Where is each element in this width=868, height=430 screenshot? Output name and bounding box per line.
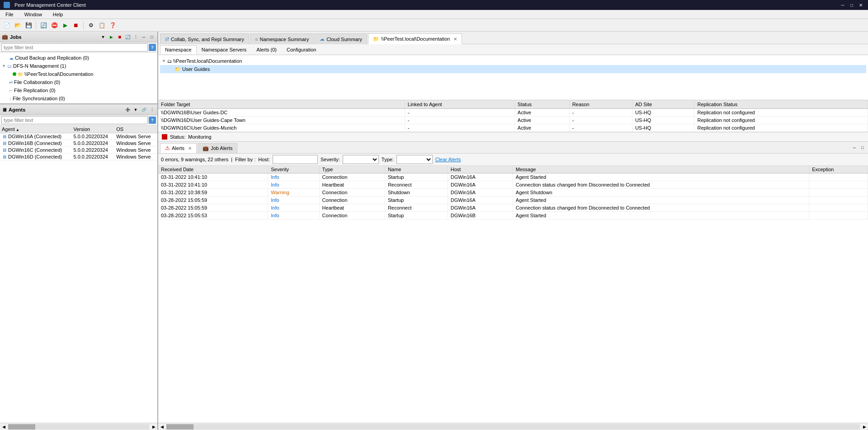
severity-filter-select[interactable]: Info Warning Error [343, 155, 379, 164]
dfs-expand-icon[interactable]: ▼ [2, 64, 7, 68]
tree-item-dfs-mgmt[interactable]: ▼ 🗂 DFS-N Management (1) [0, 62, 157, 70]
ns-user-guides-item[interactable]: 📁 User Guides [160, 65, 866, 73]
jobs-more-button[interactable]: ⋮ [132, 33, 139, 41]
jobs-refresh-button[interactable]: 🔄 [124, 33, 131, 41]
ns-root-expand-icon[interactable]: ▼ [162, 59, 167, 63]
scroll-left-arrow[interactable]: ◀ [0, 423, 7, 430]
left-scrollbar-track[interactable] [8, 424, 149, 430]
agents-col-os[interactable]: OS [114, 126, 157, 133]
agents-col-version[interactable]: Version [71, 126, 114, 133]
jobs-filter-button[interactable]: ▼ [99, 33, 107, 41]
sub-tab-alerts[interactable]: Alerts (0) [251, 45, 282, 54]
table-row[interactable]: \\DGWIN16D\User Guides-Cape Town - Activ… [158, 117, 868, 124]
col-adsite[interactable]: AD Site [632, 100, 694, 109]
tab-collab[interactable]: ⇄ Collab, Sync, and Repl Summary [160, 33, 249, 44]
run-button[interactable]: ▶ [60, 20, 70, 30]
table-row[interactable]: \\DGWIN16C\User Guides-Munich - Active -… [158, 124, 868, 132]
col-status[interactable]: Status [514, 100, 569, 109]
table-row[interactable]: 🖥DGWin16D (Connected) 5.0.0.20220324 Win… [0, 154, 157, 160]
pause-button[interactable]: ⏹ [71, 20, 81, 30]
help-button[interactable]: ❓ [108, 20, 118, 30]
jobs-filter-help[interactable]: ? [149, 44, 156, 51]
list-item[interactable]: 03-31-2022 10:41:10 Info Heartbeat Recon… [158, 181, 868, 189]
alerts-maximize-button[interactable]: □ [859, 144, 866, 151]
tree-item-file-collab[interactable]: ⇄ File Collaboration (0) [0, 78, 157, 86]
tree-item-file-sync[interactable]: ↕ File Synchronization (0) [0, 94, 157, 103]
col-repl-status[interactable]: Replication Status [694, 100, 868, 109]
alerts-tab-alerts[interactable]: ⚠ Alerts ✕ [160, 143, 197, 153]
clear-alerts-button[interactable]: Clear Alerts [435, 157, 461, 162]
agents-filter-help[interactable]: ? [149, 117, 156, 124]
stop-button[interactable]: ⛔ [49, 20, 59, 30]
jobs-maximize-button[interactable]: □ [148, 33, 156, 41]
col-folder-target[interactable]: Folder Target [158, 100, 405, 109]
list-item[interactable]: 03-31-2022 10:38:59 Warning Connection S… [158, 189, 868, 196]
tree-item-cloud-backup[interactable]: ☁ Cloud Backup and Replication (0) [0, 54, 157, 62]
alerts-col-exception[interactable]: Exception [809, 166, 868, 173]
menu-file[interactable]: File [2, 11, 17, 18]
settings-button[interactable]: ⚙ [86, 20, 96, 30]
host-filter-input[interactable] [273, 155, 318, 164]
agents-filter-input[interactable] [1, 116, 148, 124]
alerts-minimize-button[interactable]: ─ [851, 144, 858, 151]
tab-cloud[interactable]: ☁ Cloud Summary [315, 33, 367, 44]
tree-item-peer-doc[interactable]: 📁 \\PeerTest.local\Documentation [0, 70, 157, 78]
alerts-scrollbar-thumb[interactable] [166, 424, 193, 430]
menu-window[interactable]: Window [21, 11, 46, 18]
jobs-stop-button[interactable]: ⏹ [116, 33, 123, 41]
alerts-tab-close[interactable]: ✕ [188, 146, 192, 151]
table-row[interactable]: 🖥DGWin16B (Connected) 5.0.0.20220324 Win… [0, 140, 157, 147]
alerts-scroll-left[interactable]: ◀ [158, 423, 165, 430]
table-row[interactable]: \\DGWIN16B\User Guides-DC - Active - US-… [158, 109, 868, 117]
alerts-col-type[interactable]: Type [319, 166, 385, 173]
alerts-tab-job-alerts[interactable]: 💼 Job Alerts [198, 143, 237, 153]
col-reason[interactable]: Reason [569, 100, 632, 109]
scroll-right-arrow[interactable]: ▶ [150, 423, 157, 430]
jobs-filter-input[interactable] [1, 43, 148, 51]
refresh-button[interactable]: 🔄 [38, 20, 48, 30]
table-row[interactable]: 🖥DGWin16A (Connected) 5.0.0.20220324 Win… [0, 133, 157, 140]
type-filter-select[interactable]: Connection Heartbeat [396, 155, 433, 164]
left-scrollbar-thumb[interactable] [8, 424, 35, 430]
sub-tab-configuration[interactable]: Configuration [282, 45, 321, 54]
tab-peerdoc[interactable]: 📁 \\PeerTest.local\Documentation ✕ [368, 33, 462, 44]
alerts-scrollbar-track[interactable] [166, 424, 860, 430]
agents-col-agent[interactable]: Agent [0, 126, 71, 133]
menu-help[interactable]: Help [49, 11, 67, 18]
sub-tab-namespace-servers[interactable]: Namespace Servers [197, 45, 252, 54]
agents-add-button[interactable]: ➕ [124, 106, 131, 113]
left-scrollbar[interactable]: ◀ ▶ [0, 423, 157, 430]
alerts-col-name[interactable]: Name [385, 166, 448, 173]
alerts-col-date[interactable]: Received Date [158, 166, 268, 173]
save-button[interactable]: 💾 [24, 20, 33, 30]
agents-connect-button[interactable]: 🔗 [140, 106, 147, 113]
tree-item-file-repl[interactable]: ⤺ File Replication (0) [0, 86, 157, 94]
jobs-run-button[interactable]: ▶ [108, 33, 115, 41]
agents-filter-button[interactable]: ▼ [132, 106, 139, 113]
agents-more-button[interactable]: ⋮ [148, 106, 156, 113]
tab-namespace[interactable]: ≡ Namespace Summary [250, 33, 314, 44]
col-linked-agent[interactable]: Linked to Agent [405, 100, 514, 109]
bottom-scrollbar[interactable]: ◀ ▶ [158, 423, 868, 430]
sub-tab-namespace[interactable]: Namespace [160, 45, 197, 54]
list-item[interactable]: 03-28-2022 15:05:59 Info Connection Star… [158, 196, 868, 204]
ns-root-item[interactable]: ▼ 🗂 \\PeerTest.local\Documentation [160, 57, 866, 65]
job-alerts-tab-label: Job Alerts [211, 145, 232, 151]
peerdoc-tab-close[interactable]: ✕ [453, 37, 457, 42]
list-item[interactable]: 03-31-2022 10:41:10 Info Connection Star… [158, 173, 868, 181]
open-button[interactable]: 📂 [13, 20, 23, 30]
log-button[interactable]: 📋 [97, 20, 107, 30]
minimize-button[interactable]: ─ [839, 1, 846, 9]
new-button[interactable]: 📄 [2, 20, 12, 30]
list-item[interactable]: 03-28-2022 15:05:53 Info Connection Star… [158, 212, 868, 220]
alerts-col-severity[interactable]: Severity [268, 166, 319, 173]
alerts-table-area[interactable]: Received Date Severity Type Name Host Me… [158, 166, 868, 423]
alerts-scroll-right[interactable]: ▶ [861, 423, 868, 430]
table-row[interactable]: 🖥DGWin16C (Connected) 5.0.0.20220324 Win… [0, 147, 157, 154]
alerts-col-message[interactable]: Message [513, 166, 809, 173]
close-button[interactable]: ✕ [857, 1, 864, 9]
maximize-button[interactable]: □ [848, 1, 855, 9]
list-item[interactable]: 03-28-2022 15:05:59 Info Heartbeat Recon… [158, 204, 868, 212]
alerts-col-host[interactable]: Host [448, 166, 513, 173]
jobs-minimize-button[interactable]: ─ [140, 33, 147, 41]
